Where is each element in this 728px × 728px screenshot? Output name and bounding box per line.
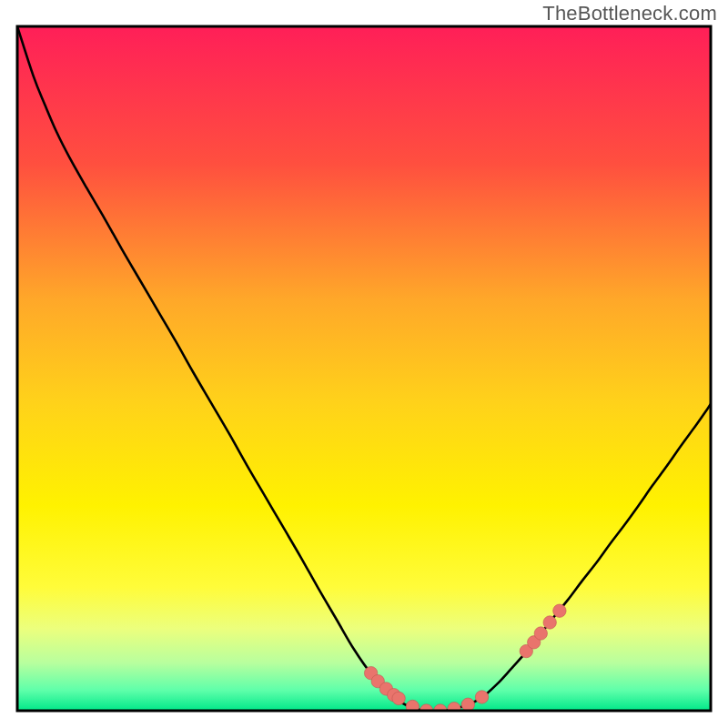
gpu-marker — [392, 692, 405, 704]
bottleneck-chart — [0, 0, 728, 728]
gpu-marker — [475, 691, 488, 703]
gpu-marker — [543, 616, 556, 629]
gpu-marker — [461, 698, 474, 711]
gpu-marker — [448, 703, 460, 715]
gpu-marker — [534, 627, 547, 640]
plot-background — [17, 26, 711, 711]
chart-frame: TheBottleneck.com — [0, 0, 728, 728]
gpu-marker — [553, 604, 566, 617]
watermark-text: TheBottleneck.com — [542, 2, 717, 25]
